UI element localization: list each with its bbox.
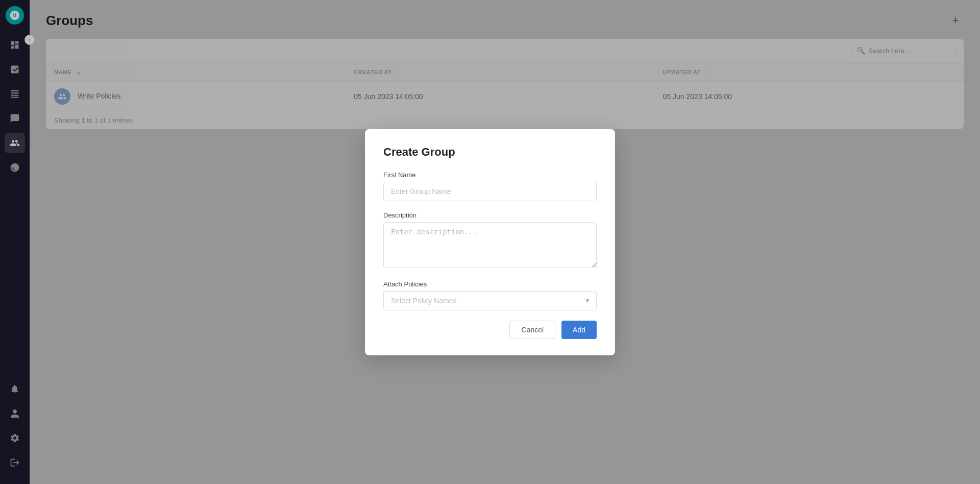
group-name-input[interactable] (383, 182, 597, 201)
modal-title: Create Group (383, 146, 597, 159)
policy-select-wrapper: Select Policy Names ▼ (383, 291, 597, 310)
policy-select[interactable]: Select Policy Names (383, 291, 597, 310)
description-group: Description (383, 211, 597, 270)
first-name-group: First Name (383, 171, 597, 201)
description-input[interactable] (383, 222, 597, 268)
create-group-modal: Create Group First Name Description Atta… (365, 129, 615, 355)
modal-overlay: Create Group First Name Description Atta… (0, 0, 980, 484)
attach-policies-group: Attach Policies Select Policy Names ▼ (383, 280, 597, 310)
modal-footer: Cancel Add (383, 321, 597, 339)
add-button[interactable]: Add (561, 321, 597, 339)
attach-policies-label: Attach Policies (383, 280, 597, 288)
cancel-button[interactable]: Cancel (509, 321, 555, 339)
description-label: Description (383, 211, 597, 219)
first-name-label: First Name (383, 171, 597, 179)
